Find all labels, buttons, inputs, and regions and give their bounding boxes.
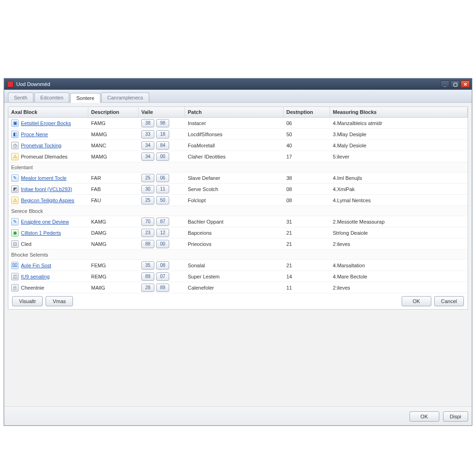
block-name[interactable]: Pronetvat Tocking: [21, 143, 61, 148]
col-header-patch[interactable]: Patch: [185, 107, 284, 117]
cell-measuring: Strlong Deaiole: [330, 229, 468, 237]
tab-edcomten[interactable]: Edcomten: [34, 93, 70, 102]
block-name[interactable]: Proce Nene: [21, 132, 48, 137]
block-name[interactable]: Eetsitiel Eroper Bocks: [21, 120, 71, 126]
table-row[interactable]: ◩Initae foonl (VCLb293)FAB3011Serve Scot…: [8, 184, 468, 195]
group-label: Eolentant: [8, 162, 468, 172]
table-row[interactable]: ◫IU9 senatingREMG8907Super Lestem144.Mar…: [8, 271, 468, 282]
block-name: Cled: [21, 241, 32, 247]
block-name[interactable]: Mealor loment Tocle: [21, 175, 66, 181]
tab-senth[interactable]: Senth: [8, 93, 33, 102]
cell-patch: Calenefoler: [185, 284, 284, 291]
cancel-button[interactable]: Cancel: [434, 296, 464, 306]
minimize-button[interactable]: _: [440, 80, 450, 88]
value-button-a[interactable]: 33: [141, 130, 154, 139]
col-header-measuring[interactable]: Measuring Blocks: [330, 107, 468, 117]
cell-description: MAMG: [88, 131, 139, 138]
window-title: Uod Downméd: [16, 81, 440, 87]
value-button-a[interactable]: 89: [141, 272, 154, 281]
table-row[interactable]: ⚠Begicon Teiligito AspiesFAU2550Folclopt…: [8, 195, 468, 206]
table-row[interactable]: ⌧Aole Fin SostFEMG3508Sonalal214.Marsalt…: [8, 260, 468, 271]
row-icon: ⚠: [11, 153, 19, 160]
col-header-destnption[interactable]: Destnption: [284, 107, 330, 117]
value-button-b[interactable]: 18: [156, 130, 169, 139]
cell-patch: Instacer: [185, 119, 284, 127]
table-row[interactable]: ⊡CledNAMG8800Prieociovs212:ileves: [8, 238, 468, 250]
table-row[interactable]: ◧Proce NeneMAMG3318LocdifSIfionses503.Ml…: [8, 129, 468, 140]
cell-patch: Sonalal: [185, 262, 284, 269]
value-button-b[interactable]: 84: [156, 141, 169, 150]
value-button-a[interactable]: 38: [141, 119, 154, 127]
value-button-b[interactable]: 12: [156, 229, 169, 237]
value-button-b[interactable]: 11: [156, 185, 169, 193]
cell-patch: Slave Defaner: [185, 174, 284, 182]
dialog-ok-button[interactable]: OK: [410, 411, 439, 422]
cell-description: MAMG: [88, 153, 139, 160]
cell-patch: Claher IDeotities: [185, 153, 284, 160]
block-name[interactable]: IU9 senating: [21, 274, 50, 279]
value-button-b[interactable]: 06: [156, 174, 169, 182]
cell-measuring: 4.Manzalbleics atmidr: [330, 119, 468, 127]
cell-description: NAMG: [88, 240, 139, 248]
cell-patch: FoaMoretall: [185, 142, 284, 149]
value-button-b[interactable]: 50: [156, 196, 169, 205]
app-icon: [7, 81, 13, 87]
table-row[interactable]: ⚠Promeuat DlemadesMAMG3400Claher IDeotit…: [8, 151, 468, 162]
maximize-button[interactable]: ▢: [450, 80, 460, 88]
value-button-a[interactable]: 35: [141, 261, 154, 270]
tab-canramplenecs[interactable]: Canramplenecs: [101, 93, 149, 102]
vmas-button[interactable]: Vmas: [46, 296, 73, 306]
data-grid: Axal Block Description Vaile Patch Destn…: [8, 107, 468, 293]
col-header-value[interactable]: Vaile: [139, 107, 185, 117]
tab-sontere[interactable]: Sontere: [70, 93, 100, 103]
value-button-a[interactable]: 70: [141, 218, 154, 226]
row-icon: ⌧: [11, 262, 19, 269]
cell-destnption: 40: [284, 142, 330, 149]
col-header-description[interactable]: Description: [88, 107, 139, 117]
value-button-a[interactable]: 25: [141, 174, 154, 182]
value-button-a[interactable]: 25: [141, 196, 154, 205]
col-header-block[interactable]: Axal Block: [8, 107, 88, 117]
table-row[interactable]: ✎Mealor loment TocleFAR2506Slave Defaner…: [8, 172, 468, 184]
cell-destnption: 14: [284, 273, 330, 280]
value-button-a[interactable]: 30: [141, 185, 154, 193]
cell-patch: Serve Scotch: [185, 185, 284, 193]
block-name[interactable]: Initae foonl (VCLb293): [21, 186, 72, 192]
table-row[interactable]: ▣Eetsitiel Eroper BocksFAMG3898Instacer0…: [8, 118, 468, 129]
block-name: Cheentnie: [21, 285, 44, 291]
dialog-window: Uod Downméd _ ▢ ✕ Senth Edcomten Sontere…: [4, 78, 472, 426]
block-name[interactable]: Aole Fin Sost: [21, 263, 51, 268]
table-row[interactable]: ◷Pronetvat TockingMANC3484FoaMoretall404…: [8, 140, 468, 151]
cell-measuring: 2.Messotte Meassurap: [330, 218, 468, 225]
cell-patch: Prieociovs: [185, 240, 284, 248]
value-button-b[interactable]: 87: [156, 218, 169, 226]
table-row[interactable]: ✎Enajplire one DeviewKAMG7087Bachler Opp…: [8, 216, 468, 227]
value-button-b[interactable]: 98: [156, 119, 169, 127]
value-button-b[interactable]: 08: [156, 261, 169, 270]
ok-button[interactable]: OK: [402, 296, 431, 306]
close-button[interactable]: ✕: [461, 80, 470, 88]
cell-description: FAB: [88, 185, 139, 193]
table-row[interactable]: ◉Cillston 1 PedertsDAMG2312Bapceions21St…: [8, 227, 468, 238]
visualtr-button[interactable]: Visualtr: [12, 296, 43, 306]
value-button-b[interactable]: 00: [156, 240, 169, 248]
block-name[interactable]: Cillston 1 Pederts: [21, 230, 61, 236]
value-button-b[interactable]: 89: [156, 284, 169, 292]
value-button-b[interactable]: 00: [156, 152, 169, 161]
block-name[interactable]: Begicon Teiligito Aspies: [21, 198, 74, 203]
block-name: Promeuat Dlemades: [21, 154, 67, 159]
value-button-a[interactable]: 88: [141, 240, 154, 248]
row-icon: ✎: [11, 218, 19, 225]
row-icon: ◩: [11, 185, 19, 193]
dialog-dispi-button[interactable]: Dispi: [443, 411, 468, 422]
table-row[interactable]: ⌸CheentnieMAllG2889Calenefoler112:ileves: [8, 282, 468, 293]
value-button-a[interactable]: 34: [141, 152, 154, 161]
block-name[interactable]: Enajplire one Deview: [21, 219, 69, 225]
cell-patch: Folclopt: [185, 197, 284, 204]
cell-destnption: 21: [284, 240, 330, 248]
value-button-a[interactable]: 28: [141, 284, 154, 292]
value-button-a[interactable]: 34: [141, 141, 154, 150]
value-button-b[interactable]: 07: [156, 272, 169, 281]
value-button-a[interactable]: 23: [141, 229, 154, 237]
cell-destnption: 11: [284, 284, 330, 291]
